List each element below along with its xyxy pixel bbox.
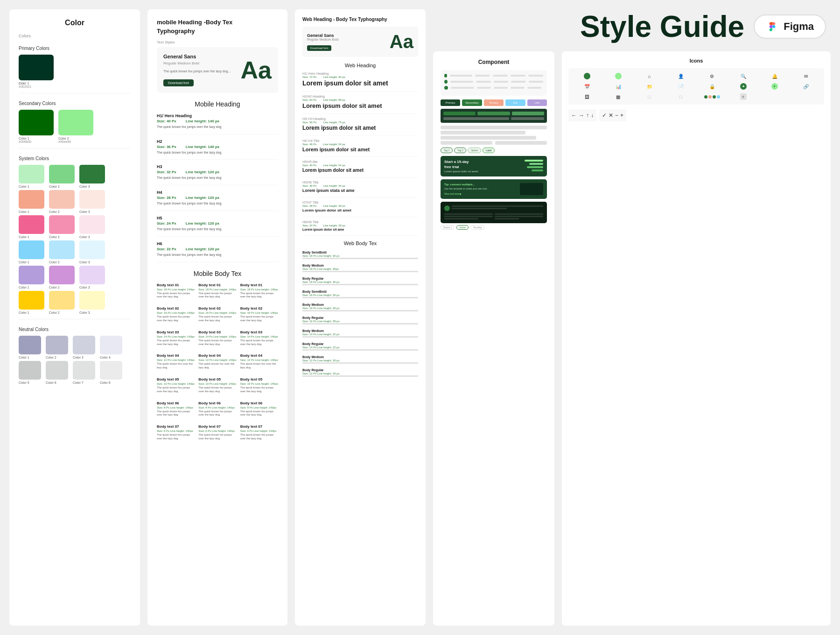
arrow-down-icon: ↓ [591,112,594,119]
component-green-card-2: Tip: connect multiple... Use this templa… [441,179,547,199]
primary-color-swatch [19,55,54,80]
web-body-medium-18: Body Medium Size: 18 Px Line height: 30p… [302,264,418,272]
web-h1: H1/ Hero Heading Size: 72 Px Line height… [302,72,418,92]
web-body-title: Web Body Tex [302,240,418,246]
comp-btn-blue[interactable]: Info [505,99,525,106]
comp-btn-dark[interactable]: Primary [441,99,460,106]
sys-swatch [79,190,105,209]
figma-badge-wrapper: Figma [754,14,826,39]
font-demo-box: General Sans Regular Medium Bold The qui… [157,47,278,93]
bell-icon: 🔔 [761,73,788,79]
comp-btn-orange[interactable]: Tertiary [484,99,504,106]
component-form-preview [441,109,547,123]
download-font-button[interactable]: Download font [163,79,194,86]
web-font-name: General Sans [307,33,338,38]
text-styles-label: Text Styles [157,40,278,44]
component-buttons: Primary Secondary Tertiary Info Link [441,99,547,106]
check-icon: ✓ [602,112,607,119]
figma-badge: Figma [754,14,826,39]
sys-swatch [19,240,44,259]
heading-h6: H6 Size: 22 Px Line height: 120 px The q… [157,241,278,262]
plus-green-icon: + [761,83,788,90]
web-heading-title: Web Heading [302,63,418,68]
figma-icon [766,20,779,33]
dot-green-3 [444,86,448,90]
body-04-col2: Body text 04 Size: 12 Px Line height: 14… [198,353,236,370]
web-h5: H5/H5 title Size: 40 Px Line height: 54 … [302,160,418,177]
x-icon: ✕ [609,112,613,119]
body-05-col1: Body text 05 Size: 10 Px Line height: 14… [157,377,195,394]
body-07-col1: Body text 07 Size: 6 Px Line height: 140… [157,424,195,441]
web-body-regular-18: Body Regular Size: 18 Px Line height: 30… [302,277,418,285]
grid-icon: ▦ [604,93,632,100]
system-colors-label: System Colors [19,156,131,161]
plus-btn-icon[interactable]: + [729,93,757,100]
comp-btn-green[interactable]: Secondary [462,99,482,106]
mobile-panel-title: mobile Heading -Body Tex [157,19,278,26]
body-03-col2: Body text 03 Size: 14 Px Line height: 14… [198,330,236,346]
color-panel-title: Color [19,19,131,27]
figma-label: Figma [784,21,814,33]
font-demo-left: General Sans Regular Medium Bold The qui… [163,54,241,86]
web-h6: H5/H6 Title Size: 36 Px Line height: 44 … [302,181,418,198]
main-container: Color Colors Primary Colors Elder 1 #003… [0,0,840,635]
secondary-swatch-2: Color 2 #90ee90 [58,110,93,143]
sys-swatch [79,215,105,234]
style-guide-title: Style Guide [438,9,744,44]
neutral-row-2: Color 5 Color 6 Color 7 Color 8 [19,361,131,384]
sys-swatch [79,266,105,284]
right-section: Style Guide Figma Compone [433,9,831,626]
primary-swatch-1: Elder 1 #003321 [19,55,54,88]
folder-icon: 📁 [636,83,663,90]
primary-colors-row: Elder 1 #003321 [19,55,131,88]
web-h4: H4/ H4 Title Size: 46 Px Line height: 54… [302,139,418,157]
system-row-5: Color 1 Color 2 Color 3 [19,266,131,289]
web-body-regular-14: Body Regular Size: 14 Px Line height: 22… [302,342,418,351]
primary-colors-label: Primary Colors [19,46,131,51]
placeholder-icon: □ [636,93,663,100]
web-h7: H7/H7 Title Size: 28 Px Line height: 38 … [302,201,418,217]
search-icon: 🔍 [729,73,757,79]
system-row-6: Color 1 Color 2 Color 3 [19,291,131,314]
body-07-col2: Body text 07 Size: 6 Px Line height: 140… [198,424,236,441]
color-panel: Color Colors Primary Colors Elder 1 #003… [9,9,140,626]
body-03-col3: Body text 03 Size: 14 Px Line height: 14… [240,330,278,346]
sys-swatch [19,190,44,209]
secondary-color-1 [19,110,54,135]
web-font-aa: Aa [390,31,413,52]
web-body-section: Web Body Tex Body SemiBold Size: 18 Px L… [302,240,418,377]
component-table-preview [441,70,547,96]
web-download-btn[interactable]: Download font [307,45,331,51]
sys-swatch [49,190,75,209]
mobile-body-title: Mobile Body Tex [157,270,278,277]
file-icon: 📄 [667,83,694,90]
circle-lightgreen-icon [615,73,622,79]
font-sample-text: The quick brown fox jumps over the lazy … [163,69,241,74]
body-03-col1: Body text 03 Size: 14 Px Line height: 14… [157,330,195,346]
web-panel: Web Heading - Body Tex Typhography Gener… [295,9,426,626]
font-weights: Regular Medium Bold [163,61,241,65]
body-02-col1: Body text 02 Size: 16 Px Line height: 14… [157,306,195,323]
icons-grid: ⌂ 👤 ⚙ 🔍 🔔 ✉ 📅 📊 📁 📄 🔒 ★ [573,73,819,100]
sys-swatch [79,291,105,310]
user-icon: 👤 [667,73,694,79]
star-green-icon: ★ [729,83,757,90]
divider-3 [19,319,131,319]
sys-swatch [49,266,75,284]
sys-swatch [49,215,75,234]
body-06-col2: Body text 06 Size: 8 Px Line height: 140… [198,401,236,417]
component-icons-row: Component [433,51,831,626]
heading-h3: H3 Size: 32 Px Line height: 120 px The q… [157,164,278,185]
extra-icons-section: ← → ↑ ↓ ✓ ✕ − + [568,109,824,121]
body-05-col2: Body text 05 Size: 10 Px Line height: 14… [198,377,236,394]
web-body-regular-12: Body Regular Size: 12 Px Line height: 18… [302,368,418,377]
comp-btn-purple[interactable]: Link [527,99,547,106]
web-h2: H2/H2 Heading Size: 64 Px Line height: 8… [302,95,418,114]
sys-swatch [19,291,44,310]
mobile-heading-title: Mobile Heading [157,100,278,108]
arrow-up-icon: ↑ [586,112,589,119]
font-demo-aa: Aa [241,58,272,82]
web-body-semibold-16: Body SemiBold Size: 16 Px Line height: 2… [302,290,418,298]
sys-swatch [19,215,44,234]
arrow-left-icon: ← [571,112,577,119]
